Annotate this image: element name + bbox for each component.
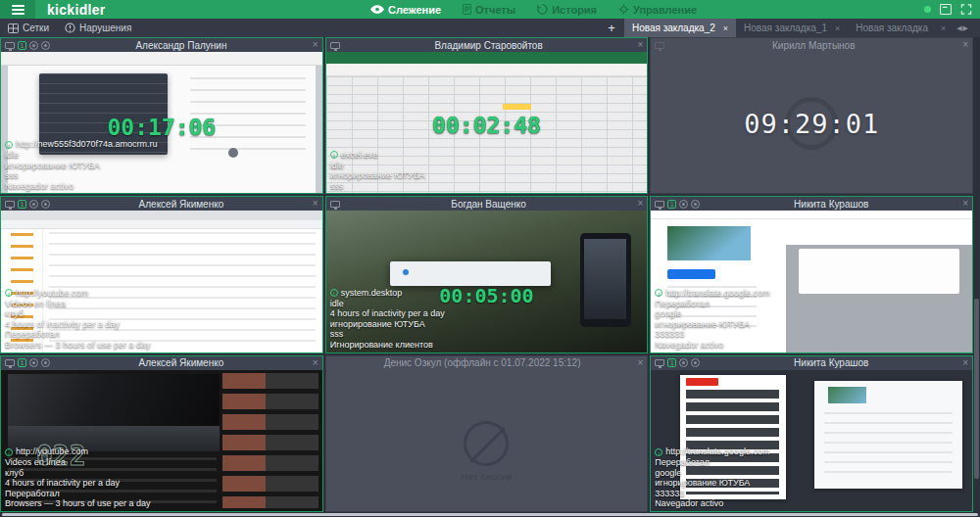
screenshot-detail	[1, 211, 322, 220]
cell-close-icon[interactable]: ×	[313, 358, 318, 368]
cell-close-icon[interactable]: ×	[962, 199, 968, 209]
status-line: Переработал	[5, 329, 151, 340]
status-line: игнорирование ЮТУБА	[655, 478, 769, 489]
grids-button[interactable]: Сетки	[0, 19, 57, 37]
tab-new-bookmark[interactable]: Новая закладка ×	[848, 19, 954, 37]
top-bar: kickidler Слежение Отчеты История	[0, 0, 980, 19]
screenshot-detail	[326, 52, 648, 64]
cell-close-icon[interactable]: ×	[962, 40, 968, 50]
employee-cell[interactable]: 1Никита Курашов×ihttp://translate.google…	[650, 355, 973, 512]
status-line: sss	[5, 170, 158, 181]
cell-header: Богдан Ващенко×	[326, 197, 648, 211]
employee-grid: 1Александр Палунин×00:17:06ihttp://new55…	[0, 37, 973, 512]
nav-item-history[interactable]: История	[537, 4, 597, 16]
status-line: игнорирование ЮТУБА	[330, 170, 425, 181]
hamburger-menu-icon[interactable]	[0, 0, 35, 19]
eye-icon	[370, 5, 384, 14]
vertical-scrollbar[interactable]	[973, 37, 980, 512]
info-icon: i	[5, 141, 13, 149]
cell-close-icon[interactable]: ×	[962, 358, 968, 368]
connection-status-dot	[924, 6, 931, 13]
tab-new-bookmark-1[interactable]: Новая закладка_1 ×	[736, 19, 848, 37]
active-window-link[interactable]: ihttp://new555f3d070f74a.amocrm.ru	[5, 139, 158, 150]
monitor-count-badge: 1	[667, 358, 676, 367]
vertical-scrollbar-thumb[interactable]	[974, 299, 979, 479]
employee-cell[interactable]: Богдан Ващенко×00:05:00isystem.desktopid…	[325, 196, 649, 352]
reports-icon	[463, 4, 471, 15]
active-window-title: http://youtube.com	[16, 288, 88, 299]
active-window-link[interactable]: ihttp://youtube.com	[5, 288, 151, 299]
employee-cell[interactable]: 1Алексей Якименко×ihttp://youtube.comVid…	[0, 196, 323, 352]
employee-name: Денис Озкул (оффлайн с 01.07.2022 15:12)	[330, 357, 635, 368]
status-line: Navegador activo	[655, 498, 769, 509]
window-controls	[924, 0, 972, 19]
status-line: Переработал	[655, 457, 769, 468]
active-window-title: http://translate.google.com	[665, 446, 769, 457]
employee-cell[interactable]: 1Александр Палунин×00:17:06ihttp://new55…	[0, 37, 323, 194]
status-line: 4 hours of inactivity per a day	[5, 319, 151, 330]
info-icon: i	[655, 448, 662, 456]
monitor-icon	[5, 359, 15, 366]
monitor-count-badge: 1	[667, 200, 676, 209]
tab-new-bookmark-2[interactable]: Новая закладка_2 ×	[624, 19, 736, 37]
active-window-title: system.desktop	[341, 288, 403, 299]
nav-item-reports[interactable]: Отчеты	[463, 4, 515, 16]
employee-cell[interactable]: Кирилл Мартынов×09:29:01	[650, 37, 973, 194]
employee-cell[interactable]: 1Алексей Якименко×022ihttp://youtube.com…	[0, 355, 323, 512]
horizontal-scrollbar-thumb[interactable]	[2, 513, 978, 516]
cell-close-icon[interactable]: ×	[637, 358, 643, 368]
screenshot-detail	[1, 52, 322, 66]
popout-window-icon[interactable]	[940, 4, 952, 15]
status-line: Игнорирование клиентов	[330, 340, 445, 351]
info-icon: i	[5, 289, 13, 297]
status-line: клуб	[5, 468, 151, 479]
cell-close-icon[interactable]: ×	[637, 40, 643, 50]
status-line: sss	[330, 329, 445, 340]
tab-close-icon[interactable]: ×	[941, 24, 946, 33]
employee-name: Никита Курашов	[703, 199, 959, 210]
screenshot-detail	[686, 378, 718, 385]
cell-close-icon[interactable]: ×	[313, 40, 318, 50]
fullscreen-icon[interactable]	[960, 4, 972, 15]
nav-item-monitoring[interactable]: Слежение	[370, 4, 441, 16]
active-window-link[interactable]: isystem.desktop	[330, 288, 445, 299]
violations-button[interactable]: Нарушения	[57, 19, 139, 37]
cell-header: Кирилл Мартынов×	[651, 38, 972, 52]
screenshot-detail	[799, 249, 959, 294]
app-logo: kickidler	[47, 2, 106, 18]
active-window-link[interactable]: ihttp://youtube.com	[5, 446, 151, 457]
status-line: Переработал	[655, 299, 769, 309]
status-line: 333333	[655, 329, 769, 340]
tab-close-icon[interactable]: ×	[835, 24, 840, 33]
keystroke-icon	[41, 200, 50, 209]
info-icon: i	[330, 289, 338, 297]
tab-close-icon[interactable]: ×	[723, 24, 728, 33]
status-block: ihttp://translate.google.comПереработалg…	[655, 288, 769, 351]
tab-bar: Сетки Нарушения + Новая закладка_2 × Нов…	[0, 19, 980, 37]
horizontal-scrollbar[interactable]	[0, 512, 980, 517]
cell-close-icon[interactable]: ×	[637, 199, 643, 209]
cell-body: ihttp://translate.google.comПереработалg…	[651, 370, 972, 511]
cell-header: Денис Озкул (оффлайн с 01.07.2022 15:12)…	[326, 356, 648, 370]
active-window-link[interactable]: iexcel.exe	[330, 150, 425, 161]
screenshot-detail	[326, 64, 648, 76]
tab-group: + Новая закладка_2 × Новая закладка_1 × …	[599, 19, 972, 37]
cell-close-icon[interactable]: ×	[313, 199, 318, 209]
nav-item-management[interactable]: Управление	[618, 4, 697, 16]
cell-body: 09:29:01	[651, 52, 972, 193]
tab-label: Новая закладка_1	[744, 23, 827, 33]
tab-scroll-arrows[interactable]: ◀▶	[954, 24, 972, 32]
active-window-link[interactable]: ihttp://translate.google.com	[655, 288, 769, 299]
status-line: Browsers — 3 hours of use per a day	[5, 498, 151, 509]
no-session-icon	[464, 421, 509, 466]
status-line: игнорирование ЮТУБА	[5, 161, 158, 171]
employee-cell[interactable]: Денис Озкул (оффлайн с 01.07.2022 15:12)…	[325, 355, 649, 512]
employee-cell[interactable]: 1Никита Курашов×ihttp://translate.google…	[650, 196, 973, 352]
add-tab-button[interactable]: +	[599, 21, 624, 35]
status-line: idle	[330, 161, 425, 171]
employee-name: Алексей Якименко	[53, 199, 310, 210]
grids-label: Сетки	[23, 23, 49, 33]
cell-body: 00:17:06ihttp://new555f3d070f74a.amocrm.…	[1, 52, 322, 193]
employee-cell[interactable]: Владимир Старовойтов×00:02:48iexcel.exei…	[325, 37, 649, 194]
active-window-link[interactable]: ihttp://translate.google.com	[655, 446, 769, 457]
